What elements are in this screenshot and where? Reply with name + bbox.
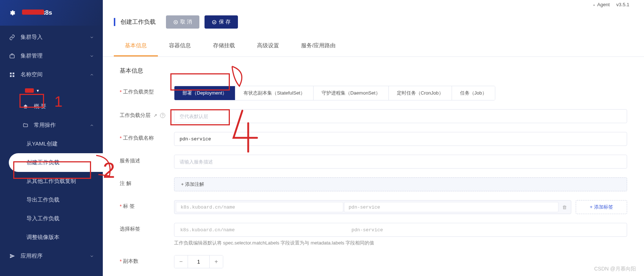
brand-redacted (22, 10, 44, 15)
nav-cluster-import[interactable]: 集群导入 (0, 28, 103, 47)
tab-container[interactable]: 容器信息 (158, 36, 202, 56)
tabs: 基本信息 容器信息 存储挂载 高级设置 服务/应用路由 (103, 36, 644, 57)
grid-icon (9, 71, 15, 78)
form-content: 基本信息 *工作负载类型 部署（Deployment） 有状态副本集（State… (103, 57, 644, 276)
svg-rect-3 (10, 75, 12, 77)
tab-basic[interactable]: 基本信息 (114, 36, 158, 56)
svg-rect-1 (10, 73, 12, 74)
chevron-up-icon (90, 123, 94, 128)
add-annotation-button[interactable]: + 添加注解 (174, 177, 627, 191)
help-icon: ? (160, 113, 165, 118)
row-description: 服务描述 (120, 155, 627, 169)
workload-type-group: 部署（Deployment） 有状态副本集（StatefulSet） 守护进程集… (174, 86, 495, 100)
row-labels: *标 签 k8s.kuboard.cn/name pdn-service 🗑 +… (120, 200, 627, 214)
row-replicas: *副本数 − + (120, 255, 627, 268)
row-workload-type: *工作负载类型 部署（Deployment） 有状态副本集（StatefulSe… (120, 86, 627, 100)
row-annotations: 注 解 + 添加注解 (120, 177, 627, 191)
label-pair: k8s.kuboard.cn/name pdn-service 🗑 (174, 200, 571, 214)
row-selector: 选择标签 k8s.kuboard.cn/name pdn-service 工作负… (120, 223, 627, 246)
svg-rect-0 (10, 55, 14, 58)
main: Agent v3.5.1 创建工作负载 取 消 保 存 基本信息 容器信息 存储… (103, 0, 644, 276)
header-accent (114, 18, 115, 26)
folder-icon (22, 122, 29, 129)
row-workload-name: *工作负载名称 (120, 132, 627, 146)
tab-advanced[interactable]: 高级设置 (246, 36, 290, 56)
desc-input[interactable] (174, 155, 627, 169)
replicas-stepper: − + (174, 255, 223, 268)
selector-pair: k8s.kuboard.cn/name pdn-service (174, 223, 627, 237)
home-icon (22, 103, 29, 110)
page-title: 创建工作负载 (120, 18, 156, 26)
version: v3.5.1 (616, 2, 629, 7)
selector-hint: 工作负载编辑器默认将 spec.selector.matchLabels 字段设… (174, 240, 627, 246)
type-deployment[interactable]: 部署（Deployment） (174, 86, 235, 100)
nav-adjust-image[interactable]: 调整镜像版本 (0, 228, 103, 247)
replicas-input[interactable] (188, 255, 210, 268)
section-title: 基本信息 (120, 67, 627, 75)
type-statefulset[interactable]: 有状态副本集（StatefulSet） (235, 86, 314, 100)
nav-cluster-manage[interactable]: 集群管理 (0, 47, 103, 65)
add-label-button[interactable]: + 添加标签 (576, 200, 627, 214)
nav: 集群导入 集群管理 名称空间 ▼ 概 要 (0, 26, 103, 276)
ns-redacted (25, 88, 34, 93)
gear-icon (9, 10, 15, 16)
label-key[interactable]: k8s.kuboard.cn/name (176, 202, 343, 212)
cancel-button[interactable]: 取 消 (166, 15, 199, 29)
briefcase-icon (9, 53, 15, 59)
selector-value: pdn-service (347, 225, 625, 235)
nav-yaml-create[interactable]: 从YAML创建 (0, 135, 103, 153)
chevron-up-icon (90, 73, 94, 77)
nav-create-workload[interactable]: 创建工作负载 (9, 153, 103, 172)
send-icon (9, 253, 15, 260)
topbar: Agent v3.5.1 (103, 0, 644, 8)
tab-service[interactable]: 服务/应用路由 (290, 36, 347, 56)
save-button[interactable]: 保 存 (205, 15, 238, 29)
page-header: 创建工作负载 取 消 保 存 (103, 8, 644, 36)
nav-overview[interactable]: 概 要 (0, 97, 103, 116)
replicas-increase[interactable]: + (210, 255, 223, 268)
row-workload-layer: 工作负载分层↗? (120, 109, 627, 123)
type-cronjob[interactable]: 定时任务（CronJob） (389, 86, 452, 100)
label-value[interactable]: pdn-service (344, 202, 558, 212)
link-icon (9, 34, 15, 41)
close-icon (173, 20, 178, 25)
selector-key: k8s.kuboard.cn/name (176, 225, 346, 235)
chevron-down-icon (90, 254, 94, 258)
nav-common-ops[interactable]: 常用操作 (0, 116, 103, 135)
replicas-decrease[interactable]: − (174, 255, 188, 268)
sidebar: -k8s 集群导入 集群管理 名称空间 ▼ (0, 0, 103, 276)
svg-rect-2 (12, 73, 14, 74)
nav-copy-workload[interactable]: 从其他工作负载复制 (0, 172, 103, 191)
delete-label-icon[interactable]: 🗑 (559, 202, 569, 212)
type-daemonset[interactable]: 守护进程集（DaemonSet） (314, 86, 389, 100)
tab-storage[interactable]: 存储挂载 (202, 36, 246, 56)
chevron-down-icon (90, 35, 94, 40)
external-link-icon: ↗ (153, 113, 157, 118)
layer-input[interactable] (174, 109, 627, 123)
nav-applications[interactable]: 应用程序 (0, 247, 103, 265)
nav-export-workload[interactable]: 导出工作负载 (0, 191, 103, 209)
namespace-selector[interactable]: ▼ (0, 84, 103, 97)
nav-import-workload[interactable]: 导入工作负载 (0, 209, 103, 228)
check-icon (212, 20, 217, 25)
watermark: CSDN @月慕向阳 (594, 266, 636, 272)
caret-down-icon: ▼ (36, 89, 40, 93)
name-input[interactable] (174, 132, 627, 146)
chevron-down-icon (90, 54, 94, 58)
svg-rect-4 (12, 75, 14, 77)
brand: -k8s (0, 0, 103, 26)
agent-status: Agent (593, 2, 609, 7)
type-job[interactable]: 任务（Job） (452, 86, 495, 100)
nav-namespace[interactable]: 名称空间 (0, 65, 103, 84)
